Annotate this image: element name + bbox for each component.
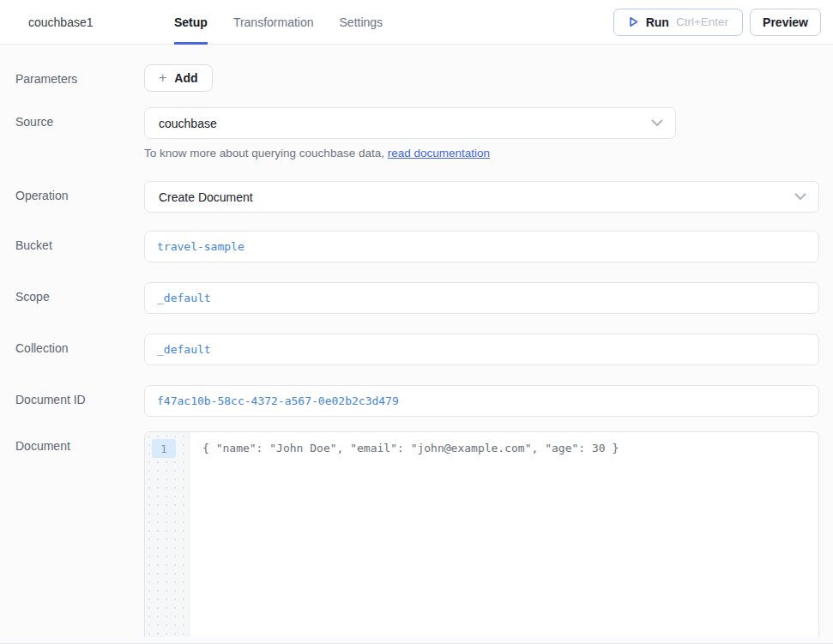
query-setup-form: Parameters + Add Source couchbase To kno…: [0, 45, 833, 637]
run-label: Run: [646, 15, 669, 29]
play-icon: [628, 16, 639, 27]
document-code-content[interactable]: { "name": "John Doe", "email": "john@exa…: [190, 432, 818, 637]
collection-row: Collection _default: [15, 334, 819, 365]
source-help-prefix: To know more about querying couchbase da…: [144, 147, 388, 159]
add-label: Add: [174, 71, 197, 85]
header-actions: Run Ctrl+Enter Preview: [613, 9, 821, 36]
scope-label: Scope: [15, 282, 144, 304]
operation-value: Create Document: [159, 190, 794, 204]
run-button[interactable]: Run Ctrl+Enter: [613, 9, 743, 36]
query-editor-header: couchbase1 Setup Transformation Settings…: [0, 0, 833, 45]
editor-gutter: 1: [145, 432, 190, 637]
document-row: Document 1 { "name": "John Doe", "email"…: [15, 431, 819, 637]
source-row: Source couchbase To know more about quer…: [15, 107, 819, 159]
run-shortcut: Ctrl+Enter: [676, 15, 728, 28]
document-id-row: Document ID f47ac10b-58cc-4372-a567-0e02…: [15, 385, 819, 417]
add-parameter-button[interactable]: + Add: [144, 64, 213, 92]
source-help-text: To know more about querying couchbase da…: [144, 147, 819, 159]
tab-settings[interactable]: Settings: [340, 0, 383, 45]
collection-label: Collection: [15, 334, 144, 355]
document-id-label: Document ID: [15, 385, 144, 406]
preview-button[interactable]: Preview: [750, 9, 821, 36]
chevron-down-icon: [794, 193, 806, 201]
tab-transformation[interactable]: Transformation: [233, 0, 314, 45]
bucket-input[interactable]: travel-sample: [144, 231, 819, 262]
parameters-label: Parameters: [15, 64, 144, 86]
bucket-label: Bucket: [15, 231, 144, 252]
bucket-row: Bucket travel-sample: [15, 231, 819, 262]
query-name[interactable]: couchbase1: [28, 15, 174, 29]
operation-row: Operation Create Document: [15, 181, 819, 213]
source-value: couchbase: [159, 117, 651, 130]
document-code-editor[interactable]: 1 { "name": "John Doe", "email": "john@e…: [144, 431, 819, 637]
preview-label: Preview: [763, 15, 808, 29]
source-select[interactable]: couchbase: [144, 107, 676, 139]
collection-input[interactable]: _default: [144, 334, 819, 365]
source-label: Source: [15, 107, 144, 129]
operation-select[interactable]: Create Document: [144, 181, 819, 213]
operation-label: Operation: [15, 181, 144, 202]
document-id-input[interactable]: f47ac10b-58cc-4372-a567-0e02b2c3d479: [144, 385, 819, 417]
editor-tabs: Setup Transformation Settings: [174, 0, 383, 45]
document-label: Document: [15, 431, 144, 453]
chevron-down-icon: [651, 119, 663, 127]
read-documentation-link[interactable]: read documentation: [388, 147, 490, 159]
scope-row: Scope _default: [15, 282, 819, 314]
scope-input[interactable]: _default: [144, 282, 819, 314]
line-number: 1: [152, 439, 176, 458]
tab-setup[interactable]: Setup: [174, 0, 208, 45]
plus-icon: +: [159, 71, 166, 85]
parameters-row: Parameters + Add: [15, 64, 819, 92]
